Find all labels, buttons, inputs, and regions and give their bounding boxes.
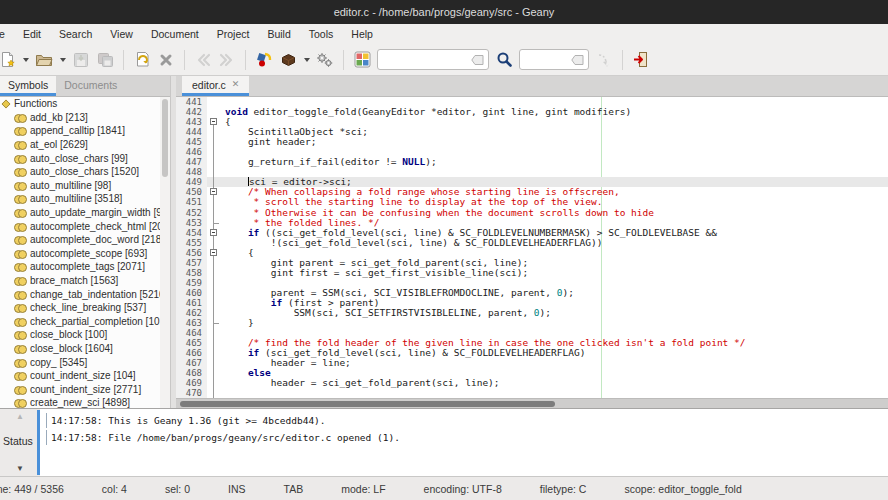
code-row[interactable]: 458 gint first = sci_get_first_visible_l…	[176, 268, 888, 278]
symbol-row[interactable]: add_kb [213]	[0, 111, 160, 125]
execute-button[interactable]	[313, 48, 337, 72]
goto-line-input[interactable]	[519, 49, 589, 70]
back-icon	[195, 53, 211, 67]
symbol-row[interactable]: brace_match [1563]	[0, 274, 160, 288]
menu-build[interactable]: Build	[258, 24, 299, 44]
tab-documents[interactable]: Documents	[56, 76, 125, 96]
code-row[interactable]: 470	[176, 388, 888, 398]
clear-entry-icon[interactable]	[571, 55, 584, 65]
window-titlebar[interactable]: editor.c - /home/ban/progs/geany/src - G…	[0, 0, 888, 24]
symbol-row[interactable]: auto_multiline [3518]	[0, 192, 160, 206]
search-input[interactable]	[377, 49, 489, 70]
fold-toggle-icon[interactable]	[207, 248, 221, 258]
fold-toggle-icon[interactable]	[207, 187, 221, 197]
new-file-dropdown[interactable]	[19, 48, 32, 72]
symbol-method-icon	[14, 385, 26, 394]
code-row[interactable]: 469 header = sci_get_fold_parent(sci, li…	[176, 378, 888, 388]
line-number: 462	[176, 308, 207, 318]
code-segment: g_return_if_fail(editor !=	[225, 156, 402, 167]
symbol-root-row[interactable]: Functions	[0, 97, 160, 111]
tab-symbols[interactable]: Symbols	[0, 76, 56, 96]
fold-margin	[207, 328, 221, 338]
line-number: 461	[176, 298, 207, 308]
clear-entry-icon[interactable]	[471, 55, 484, 65]
message-tabbar: ▲ Status ▼	[0, 409, 40, 476]
symbol-label: add_kb [213]	[30, 112, 88, 123]
search-button[interactable]	[492, 48, 516, 72]
symbol-row[interactable]: check_partial_completion [1016]	[0, 315, 160, 329]
new-file-button[interactable]	[0, 48, 19, 72]
symbol-row[interactable]: copy_ [5345]	[0, 355, 160, 369]
forward-button[interactable]	[215, 48, 239, 72]
code-row[interactable]: 445 gint header;	[176, 137, 888, 147]
symbol-row[interactable]: count_indent_size [104]	[0, 369, 160, 383]
fold-collapse-box-icon[interactable]	[210, 118, 217, 125]
menu-tools[interactable]: Tools	[300, 24, 343, 44]
fold-collapse-box-icon[interactable]	[210, 229, 217, 236]
symbol-row[interactable]: auto_multiline [98]	[0, 179, 160, 193]
revert-button[interactable]	[130, 48, 154, 72]
symbol-row[interactable]: autocomplete_doc_word [2180]	[0, 233, 160, 247]
symbol-category-icon	[1, 99, 10, 108]
msg-tabs-scroll-up-icon[interactable]: ▲	[0, 412, 40, 421]
symbol-row[interactable]: close_block [1604]	[0, 342, 160, 356]
line-number: 466	[176, 348, 207, 358]
menu-project[interactable]: Project	[208, 24, 259, 44]
editor-hscrollbar-thumb[interactable]	[180, 401, 555, 407]
symbol-row[interactable]: count_indent_size [2771]	[0, 382, 160, 396]
symbol-row[interactable]: create_new_sci [4898]	[0, 396, 160, 408]
symbol-row[interactable]: at_eol [2629]	[0, 138, 160, 152]
menu-document[interactable]: Document	[142, 24, 208, 44]
code-row[interactable]: 447 g_return_if_fail(editor != NULL);	[176, 157, 888, 167]
build-button[interactable]	[276, 48, 300, 72]
symbol-row[interactable]: close_block [100]	[0, 328, 160, 342]
code-segment: SSM(sci, SCI_SETFIRSTVISIBLELINE, parent…	[225, 307, 534, 318]
menu-search[interactable]: Search	[50, 24, 101, 44]
tab-close-icon[interactable]: ✕	[232, 80, 240, 89]
sidebar-scrollbar-thumb[interactable]	[162, 99, 168, 177]
fold-toggle-icon[interactable]	[207, 228, 221, 238]
code-row[interactable]: 455 !(sci_get_fold_level(sci, line) & SC…	[176, 238, 888, 248]
color-chooser-button[interactable]	[350, 48, 374, 72]
build-dropdown[interactable]	[300, 48, 313, 72]
symbol-row[interactable]: auto_close_chars [99]	[0, 151, 160, 165]
code-row[interactable]: 467 header = line;	[176, 358, 888, 368]
symbol-row[interactable]: append_calltip [1841]	[0, 124, 160, 138]
symbol-method-icon	[14, 222, 26, 231]
symbol-row[interactable]: check_line_breaking [537]	[0, 301, 160, 315]
save-button[interactable]	[69, 48, 93, 72]
symbol-row[interactable]: auto_close_chars [1520]	[0, 165, 160, 179]
symbol-row[interactable]: autocomplete_scope [693]	[0, 247, 160, 261]
back-button[interactable]	[191, 48, 215, 72]
symbol-label: at_eol [2629]	[30, 139, 88, 150]
tab-status[interactable]: Status	[3, 435, 33, 447]
quit-button[interactable]	[629, 48, 653, 72]
msg-tabs-scroll-down-icon[interactable]: ▼	[0, 464, 40, 473]
goto-line-button[interactable]	[592, 48, 616, 72]
code-row[interactable]: 442void editor_toggle_fold(GeanyEditor *…	[176, 107, 888, 117]
toolbar-separator	[622, 50, 623, 70]
fold-collapse-box-icon[interactable]	[210, 249, 217, 256]
code-area[interactable]: 441442void editor_toggle_fold(GeanyEdito…	[176, 97, 888, 398]
open-file-button[interactable]	[32, 48, 56, 72]
sidebar-scrollbar[interactable]	[160, 97, 170, 408]
menu-view[interactable]: View	[101, 24, 142, 44]
editor-hscrollbar[interactable]	[176, 398, 888, 408]
fold-toggle-icon[interactable]	[207, 117, 221, 127]
symbol-row[interactable]: change_tab_indentation [5210]	[0, 287, 160, 301]
tab-editor-c[interactable]: editor.c ✕	[182, 76, 249, 96]
symbol-row[interactable]: auto_update_margin_width [989]	[0, 206, 160, 220]
open-file-dropdown[interactable]	[56, 48, 69, 72]
symbol-row[interactable]: autocomplete_tags [2071]	[0, 260, 160, 274]
menu-help[interactable]: Help	[342, 24, 382, 44]
code-row[interactable]: 463 }	[176, 318, 888, 328]
close-file-button[interactable]	[154, 48, 178, 72]
fold-margin	[207, 97, 221, 107]
fold-collapse-box-icon[interactable]	[210, 188, 217, 195]
symbol-row[interactable]: autocomplete_check_html [2088]	[0, 219, 160, 233]
menu-edit[interactable]: Edit	[14, 24, 50, 44]
compile-button[interactable]	[252, 48, 276, 72]
save-all-button[interactable]	[93, 48, 117, 72]
menu-file[interactable]: File	[0, 24, 14, 44]
code-row[interactable]: 462 SSM(sci, SCI_SETFIRSTVISIBLELINE, pa…	[176, 308, 888, 318]
